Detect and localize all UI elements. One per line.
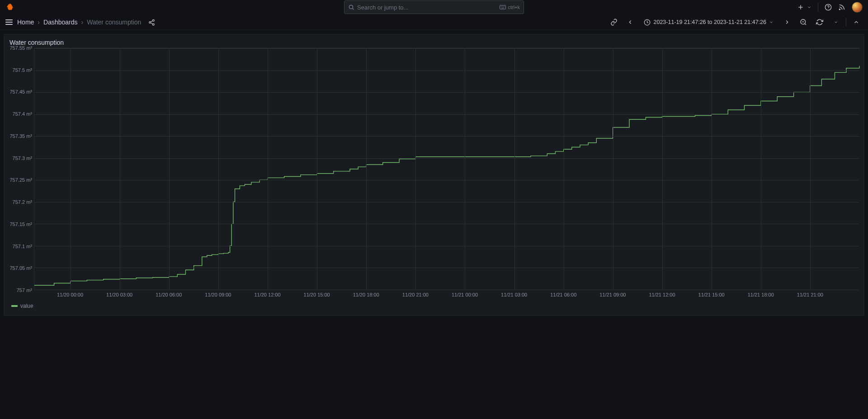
panel-water-consumption: Water consumption 757 m³757.05 m³757.1 m… — [4, 34, 864, 316]
y-tick-label: 757.15 m³ — [9, 221, 32, 227]
x-tick-label: 11/20 15:00 — [304, 292, 330, 297]
x-tick-label: 11/20 03:00 — [106, 292, 132, 297]
x-tick-label: 11/20 09:00 — [205, 292, 231, 297]
global-search[interactable]: Search or jump to... ctrl+k — [344, 0, 524, 14]
y-tick-label: 757.3 m³ — [13, 155, 32, 161]
svg-point-14 — [149, 21, 151, 23]
add-icon[interactable] — [797, 4, 804, 11]
time-range-forward-icon[interactable] — [781, 16, 793, 28]
y-tick-label: 757.45 m³ — [9, 89, 32, 94]
y-tick-label: 757.05 m³ — [9, 265, 32, 271]
rss-icon[interactable] — [838, 4, 845, 11]
share-icon[interactable] — [148, 19, 155, 26]
svg-rect-2 — [500, 5, 506, 9]
svg-line-17 — [151, 23, 153, 24]
x-tick-label: 11/21 12:00 — [649, 292, 675, 297]
y-axis: 757 m³757.05 m³757.1 m³757.15 m³757.2 m³… — [9, 48, 34, 290]
x-tick-label: 11/21 18:00 — [748, 292, 774, 297]
time-range-picker[interactable]: 2023-11-19 21:47:26 to 2023-11-21 21:47:… — [640, 16, 777, 28]
time-range-back-icon[interactable] — [624, 16, 637, 28]
separator — [818, 3, 818, 12]
chevron-right-icon: › — [38, 19, 40, 26]
x-tick-label: 11/20 21:00 — [402, 292, 429, 297]
breadcrumb-dashboards[interactable]: Dashboards — [43, 19, 78, 26]
clock-icon — [644, 19, 651, 26]
y-tick-label: 757.4 m³ — [13, 111, 32, 117]
zoom-out-icon[interactable] — [797, 16, 810, 28]
chart-area[interactable]: 757 m³757.05 m³757.1 m³757.15 m³757.2 m³… — [9, 48, 859, 290]
collapse-icon[interactable] — [850, 16, 863, 28]
legend-swatch — [11, 305, 18, 307]
menu-toggle-icon[interactable] — [5, 19, 13, 25]
svg-line-20 — [805, 24, 806, 25]
y-tick-label: 757.35 m³ — [9, 133, 32, 139]
breadcrumb-current: Water consumption — [87, 19, 141, 26]
separator — [846, 18, 846, 27]
breadcrumb-home[interactable]: Home — [17, 19, 34, 26]
x-tick-label: 11/20 00:00 — [57, 292, 83, 297]
y-tick-label: 757.25 m³ — [9, 177, 32, 183]
breadcrumb-bar: Home › Dashboards › Water consumption 20… — [0, 14, 868, 30]
panel-title[interactable]: Water consumption — [9, 39, 859, 46]
user-avatar[interactable] — [852, 2, 863, 13]
y-tick-label: 757 m³ — [17, 287, 32, 293]
x-tick-label: 11/21 03:00 — [501, 292, 527, 297]
search-shortcut: ctrl+k — [500, 5, 520, 10]
svg-line-1 — [353, 9, 354, 10]
plot-area[interactable] — [34, 48, 859, 290]
legend[interactable]: value — [11, 303, 859, 309]
svg-point-12 — [839, 9, 840, 10]
x-tick-label: 11/21 00:00 — [452, 292, 478, 297]
x-tick-label: 11/20 06:00 — [156, 292, 182, 297]
x-tick-label: 11/21 09:00 — [599, 292, 626, 297]
breadcrumb: Home › Dashboards › Water consumption — [17, 19, 141, 26]
svg-point-13 — [153, 19, 155, 21]
x-tick-label: 11/21 15:00 — [698, 292, 725, 297]
svg-line-16 — [151, 21, 153, 22]
time-range-label: 2023-11-19 21:47:26 to 2023-11-21 21:47:… — [653, 19, 766, 25]
chevron-down-icon[interactable] — [807, 5, 811, 9]
x-axis: 11/20 00:0011/20 03:0011/20 06:0011/20 0… — [34, 290, 859, 301]
help-icon[interactable] — [825, 4, 832, 11]
keyboard-icon — [500, 5, 506, 9]
svg-point-15 — [153, 24, 155, 25]
topbar: Search or jump to... ctrl+k — [0, 0, 868, 14]
search-placeholder: Search or jump to... — [357, 4, 500, 11]
link-icon[interactable] — [608, 16, 620, 28]
svg-point-0 — [349, 5, 353, 9]
chevron-right-icon: › — [81, 19, 84, 26]
search-icon — [348, 4, 354, 10]
top-right-actions — [797, 2, 863, 13]
y-tick-label: 757.1 m³ — [13, 244, 32, 249]
y-tick-label: 757.55 m³ — [9, 45, 32, 51]
x-tick-label: 11/20 12:00 — [254, 292, 280, 297]
toolbar-right: 2023-11-19 21:47:26 to 2023-11-21 21:47:… — [608, 16, 863, 28]
legend-series-label: value — [20, 303, 33, 309]
x-tick-label: 11/20 18:00 — [353, 292, 379, 297]
grafana-logo-icon[interactable] — [5, 2, 15, 12]
y-tick-label: 757.2 m³ — [13, 199, 32, 205]
chevron-down-icon — [769, 20, 774, 24]
x-tick-label: 11/21 06:00 — [550, 292, 576, 297]
y-tick-label: 757.5 m³ — [13, 67, 32, 73]
x-tick-label: 11/21 21:00 — [797, 292, 823, 297]
refresh-interval-icon[interactable] — [830, 16, 842, 28]
refresh-icon[interactable] — [813, 16, 826, 28]
